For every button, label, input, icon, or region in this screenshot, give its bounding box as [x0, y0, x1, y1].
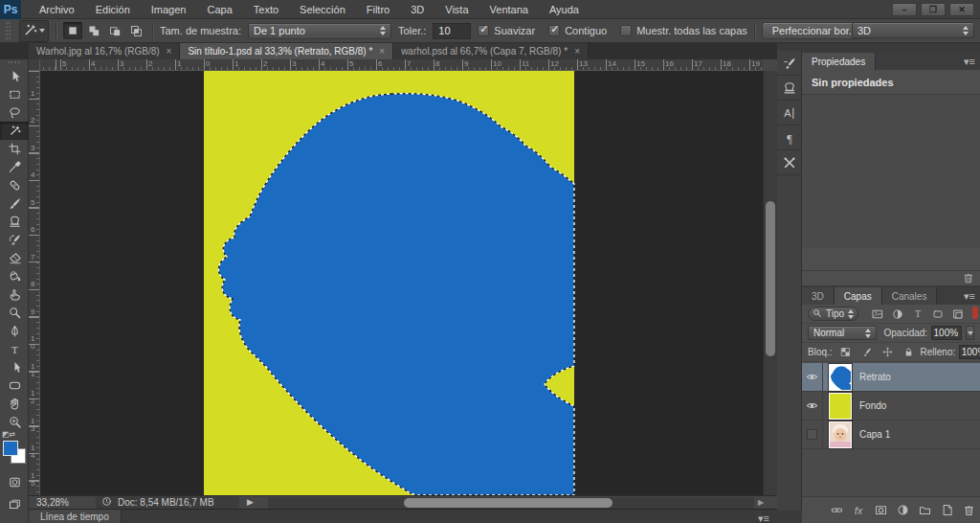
- new-selection-button[interactable]: [63, 22, 82, 39]
- fill-value[interactable]: 100%: [959, 345, 980, 359]
- link-layers-icon[interactable]: [829, 503, 844, 517]
- vertical-scrollbar-thumb[interactable]: [766, 201, 775, 356]
- quick-mask-button[interactable]: [0, 473, 29, 491]
- dock-paragraph-icon[interactable]: ¶: [777, 125, 802, 150]
- intersect-selection-button[interactable]: [126, 22, 145, 39]
- healing-brush-tool[interactable]: [0, 176, 29, 194]
- new-group-icon[interactable]: [917, 503, 932, 517]
- lock-all-icon[interactable]: [902, 345, 917, 359]
- shape-filter-icon[interactable]: [930, 307, 946, 321]
- tolerance-input[interactable]: [433, 23, 471, 39]
- dock-brush-presets-icon[interactable]: [777, 51, 802, 76]
- clone-stamp-tool[interactable]: [0, 213, 29, 231]
- refine-edge-button[interactable]: Perfeccionar bor.: [762, 22, 862, 39]
- minimize-button[interactable]: –: [892, 3, 917, 16]
- visibility-toggle[interactable]: [802, 392, 823, 421]
- lock-transparency-icon[interactable]: [838, 345, 854, 359]
- document-tab[interactable]: Sin título-1.psd al 33,3% (Retrato, RGB/…: [180, 43, 393, 59]
- active-tool-indicator[interactable]: [19, 20, 49, 42]
- zoom-tool[interactable]: [0, 413, 29, 431]
- move-tool[interactable]: [0, 67, 29, 85]
- history-brush-tool[interactable]: [0, 231, 29, 249]
- type-filter-icon[interactable]: T: [910, 307, 925, 321]
- layers-menu-icon[interactable]: ▾≡: [964, 287, 980, 305]
- visibility-toggle[interactable]: [802, 421, 823, 449]
- scroll-right-arrow[interactable]: ▶: [758, 498, 764, 507]
- layer-thumbnail[interactable]: [829, 364, 852, 391]
- close-button[interactable]: ✕: [949, 3, 974, 16]
- document-tab[interactable]: warhol.psd al 66,7% (Capa 7, RGB/8) *×: [393, 43, 589, 59]
- layer-style-fx-icon[interactable]: fx: [851, 503, 866, 517]
- default-colors-icon[interactable]: ◩⇄: [2, 430, 15, 439]
- tab-propiedades[interactable]: Propiedades: [802, 53, 876, 70]
- menu-selección[interactable]: Selección: [289, 0, 356, 18]
- checkbox-suavizar[interactable]: Suavizar: [478, 25, 535, 36]
- filter-kind-select[interactable]: Tipo: [808, 307, 858, 321]
- filter-toggle-switch[interactable]: [972, 307, 978, 319]
- adjustment-filter-icon[interactable]: [890, 307, 905, 321]
- crop-tool[interactable]: [0, 140, 29, 158]
- shape-tool[interactable]: [0, 376, 29, 395]
- status-flyout-arrow[interactable]: ▶: [247, 497, 254, 507]
- menu-3d[interactable]: 3D: [400, 0, 434, 18]
- workspace-select[interactable]: 3D: [852, 22, 974, 38]
- rectangular-marquee-tool[interactable]: [0, 85, 29, 103]
- subtract-from-selection-button[interactable]: [105, 22, 124, 39]
- screen-mode-button[interactable]: [0, 495, 29, 513]
- dock-tool-presets-icon[interactable]: [777, 150, 802, 175]
- type-tool[interactable]: T: [0, 340, 29, 358]
- brush-tool[interactable]: [0, 194, 29, 213]
- tab-3d[interactable]: 3D: [802, 287, 835, 305]
- checkbox-box[interactable]: [548, 25, 560, 36]
- tab-canales[interactable]: Canales: [882, 287, 938, 305]
- lasso-tool[interactable]: [0, 103, 29, 122]
- sample-size-select[interactable]: De 1 punto: [248, 23, 391, 39]
- properties-menu-icon[interactable]: ▾≡: [964, 53, 980, 70]
- tab-capas[interactable]: Capas: [835, 287, 882, 305]
- close-tab-icon[interactable]: ×: [167, 46, 172, 57]
- add-layer-mask-icon[interactable]: [873, 503, 888, 517]
- pen-tool[interactable]: [0, 322, 29, 340]
- new-adjustment-layer-icon[interactable]: [895, 503, 910, 517]
- lock-position-icon[interactable]: [880, 345, 896, 359]
- document-tab[interactable]: Warhol.jpg al 16,7% (RGB/8)×: [29, 43, 180, 59]
- checkbox-contiguo[interactable]: Contiguo: [548, 25, 607, 36]
- smudge-tool[interactable]: [0, 285, 29, 304]
- menu-ventana[interactable]: Ventana: [479, 0, 539, 18]
- checkbox-box[interactable]: [620, 25, 632, 36]
- layer-row-retrato[interactable]: Retrato: [802, 363, 980, 392]
- document-canvas[interactable]: [204, 71, 574, 495]
- menu-vista[interactable]: Vista: [434, 0, 479, 18]
- layer-row-fondo[interactable]: Fondo: [802, 392, 980, 421]
- eraser-tool[interactable]: [0, 249, 29, 267]
- vertical-scrollbar[interactable]: [763, 71, 777, 495]
- smart-object-filter-icon[interactable]: [950, 307, 966, 321]
- lock-pixels-icon[interactable]: [859, 345, 875, 359]
- layer-thumbnail[interactable]: [829, 421, 852, 448]
- layer-row-capa-1[interactable]: Capa 1: [802, 421, 980, 449]
- add-to-selection-button[interactable]: [84, 22, 103, 39]
- trash-icon[interactable]: [963, 272, 974, 285]
- path-selection-tool[interactable]: [0, 358, 29, 376]
- menu-ayuda[interactable]: Ayuda: [539, 0, 590, 18]
- foreground-color-swatch[interactable]: [3, 441, 18, 456]
- delete-layer-icon[interactable]: [961, 503, 976, 517]
- zoom-level-field[interactable]: 33,28%: [36, 497, 69, 508]
- horizontal-scrollbar[interactable]: [268, 497, 754, 509]
- menu-edición[interactable]: Edición: [85, 0, 141, 18]
- menu-texto[interactable]: Texto: [243, 0, 289, 18]
- new-layer-icon[interactable]: [939, 503, 954, 517]
- paint-bucket-tool[interactable]: [0, 267, 29, 285]
- magic-wand-tool[interactable]: [0, 122, 29, 140]
- opacity-dropdown-button[interactable]: [966, 326, 974, 340]
- close-tab-icon[interactable]: ×: [379, 46, 385, 57]
- pixel-layer-filter-icon[interactable]: [870, 307, 885, 321]
- visibility-toggle[interactable]: [802, 363, 823, 392]
- checkbox-box[interactable]: [478, 25, 489, 36]
- timeline-menu-icon[interactable]: ▾≡: [758, 512, 769, 523]
- dock-character-icon[interactable]: A: [777, 101, 802, 125]
- eyedropper-tool[interactable]: [0, 158, 29, 176]
- layer-thumbnail[interactable]: [829, 393, 852, 420]
- restore-button[interactable]: ❐: [921, 3, 946, 16]
- menu-filtro[interactable]: Filtro: [356, 0, 400, 18]
